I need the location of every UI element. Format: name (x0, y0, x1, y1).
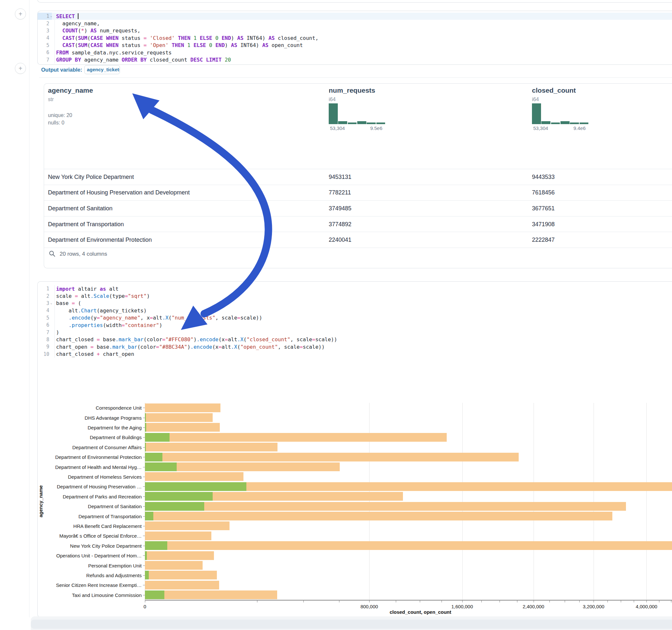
bar-open-count (145, 590, 164, 599)
histogram-bar (542, 121, 550, 124)
line-number: 3 (38, 27, 52, 34)
histogram-min-label: 53,304 (533, 125, 548, 131)
code-line: 8chart_closed = base.mark_bar(color="#FF… (38, 336, 672, 343)
next-cell-strip[interactable] (31, 620, 672, 629)
bar-closed-count (145, 561, 202, 570)
output-variable-chip[interactable]: agency_tickets (84, 65, 120, 74)
previous-cell-edge (37, 0, 672, 3)
fold-toggle-icon[interactable]: ⌄ (50, 301, 52, 305)
code-line: 7GROUP BY agency_name ORDER BY closed_co… (38, 56, 672, 63)
code-text: import altair as alt (52, 286, 119, 292)
bar-open-count (145, 551, 147, 560)
code-line: 9chart_open = base.mark_bar(color="#8BC3… (38, 343, 672, 350)
line-number: 1 (38, 285, 52, 292)
bar-open-count (145, 433, 170, 442)
code-text: .encode(y="agency_name", x=alt.X("num_re… (52, 315, 262, 321)
table-row[interactable]: Department of Transportation377489234719… (44, 216, 672, 232)
column-name: agency_name (48, 87, 129, 94)
table-cell: 2240041 (329, 237, 352, 243)
table-cell: 3749485 (329, 205, 352, 212)
table-body: New York City Police Department945313194… (44, 169, 672, 248)
table-row-count: 20 rows, 4 columns (59, 251, 107, 257)
bar-closed-count (145, 590, 277, 599)
column-name: closed_count (532, 87, 613, 94)
table-row[interactable]: New York City Police Department945313194… (44, 169, 672, 185)
bar-closed-count (145, 581, 219, 589)
table-cell: Department of Housing Preservation and D… (48, 189, 190, 196)
gridline (369, 403, 369, 600)
histogram-bar (338, 121, 347, 124)
bar-closed-count (145, 551, 214, 560)
histogram-bar (348, 122, 357, 124)
gridline (594, 403, 594, 600)
output-variable-label: Output variable: (41, 67, 82, 73)
code-text: COUNT(*) AS num_requests, (52, 28, 140, 34)
column-dtype: str (48, 97, 129, 102)
sql-cell[interactable]: 1⌄SELECT 2 agency_name,3 COUNT(*) AS num… (37, 11, 672, 65)
bar-open-count (145, 492, 213, 501)
column-histogram (329, 103, 386, 124)
histogram-bar (367, 122, 376, 124)
histogram-bar (329, 103, 338, 124)
histogram-bar (532, 103, 541, 124)
table-cell: 7618456 (532, 189, 555, 196)
search-icon[interactable] (49, 250, 56, 257)
line-number: 4 (38, 34, 52, 42)
table-cell: 3677651 (532, 205, 555, 212)
histogram-max-label: 9.4e6 (573, 125, 586, 131)
gridline (646, 403, 647, 600)
bar-closed-count (145, 532, 211, 540)
code-line: 1import altair as alt (38, 285, 672, 292)
code-text: chart_closed = base.mark_bar(color="#FFC… (52, 336, 337, 343)
bar-open-count (145, 541, 167, 550)
code-text: .properties(width="container") (52, 322, 162, 328)
column-name: num_requests (329, 87, 410, 94)
text-cursor (78, 13, 78, 19)
chart-y-axis-title: agency_name (38, 485, 44, 517)
bar-open-count (145, 571, 149, 579)
bar-open-count (145, 413, 146, 422)
python-code-editor[interactable]: 1import altair as alt2scale = alt.Scale(… (38, 285, 672, 358)
bar-open-count (145, 512, 153, 520)
line-number: 6 (38, 321, 52, 329)
column-dtype: i64 (329, 97, 410, 102)
code-line: 6 .properties(width="container") (38, 321, 672, 329)
table-cell: New York City Police Department (48, 173, 134, 180)
column-header-closed_count[interactable]: closed_counti64 (532, 87, 613, 102)
bar-open-count (145, 453, 162, 461)
histogram-bar (570, 122, 579, 124)
bar-closed-count (145, 522, 230, 530)
column-header-num_requests[interactable]: num_requestsi64 (329, 87, 410, 102)
line-number: 1⌄ (38, 13, 52, 20)
code-text: chart_open = base.mark_bar(color="#8BC34… (52, 344, 325, 350)
histogram-bar (376, 122, 385, 124)
histogram-bar (357, 121, 366, 124)
fold-toggle-icon[interactable]: ⌄ (50, 14, 52, 18)
code-text: scale = alt.Scale(type="sqrt") (52, 293, 150, 299)
line-number: 2 (38, 292, 52, 299)
code-line: 6FROM sample_data.nyc.service_requests (38, 49, 672, 56)
histogram-bar (580, 122, 589, 124)
code-text: GROUP BY agency_name ORDER BY closed_cou… (52, 57, 231, 63)
column-stat: nulls: 0 (48, 119, 129, 126)
table-row[interactable]: Department of Housing Preservation and D… (44, 185, 672, 201)
chart-x-axis-line (145, 600, 672, 601)
table-cell: 9443533 (532, 173, 555, 180)
table-row[interactable]: Department of Environmental Protection22… (44, 232, 672, 248)
code-line: 5 CAST(SUM(CASE WHEN status = 'Open' THE… (38, 42, 672, 49)
line-number: 6 (38, 49, 52, 56)
sql-code-editor[interactable]: 1⌄SELECT 2 agency_name,3 COUNT(*) AS num… (38, 13, 672, 64)
table-cell: Department of Transportation (48, 221, 124, 227)
code-line: 10chart_closed + chart_open (38, 350, 672, 358)
code-line: 4 CAST(SUM(CASE WHEN status = 'Closed' T… (38, 34, 672, 42)
notebook-spine (29, 0, 29, 617)
column-header-agency_name[interactable]: agency_namestrunique: 20nulls: 0 (48, 87, 129, 126)
add-cell-button-top[interactable]: + (15, 8, 26, 20)
line-number: 7 (38, 329, 52, 336)
line-number: 7 (38, 56, 52, 63)
add-cell-button-middle[interactable]: + (15, 63, 26, 74)
bar-closed-count (145, 404, 220, 412)
line-number: 9 (38, 343, 52, 350)
code-text: CAST(SUM(CASE WHEN status = 'Closed' THE… (52, 35, 318, 41)
table-row[interactable]: Department of Sanitation37494853677651 (44, 200, 672, 216)
